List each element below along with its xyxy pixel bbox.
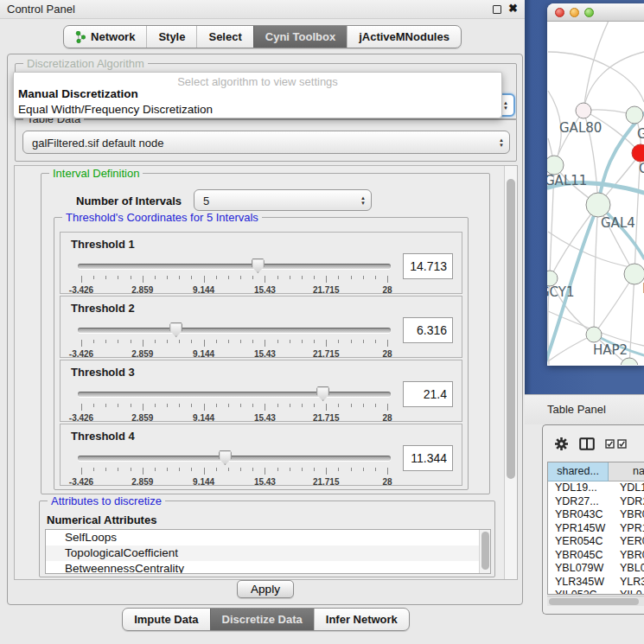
slider-track[interactable] — [78, 264, 391, 269]
cell-shared-name[interactable]: YDL19... — [548, 481, 609, 495]
table-row[interactable]: YBR043CYBR0 — [548, 508, 644, 522]
cell-name[interactable]: YBL0 — [609, 562, 644, 576]
bottom-tab-infer-network[interactable]: Infer Network — [314, 609, 409, 630]
discretization-algorithm-group-title: Discretization Algorithm — [23, 57, 148, 70]
combo-stepper-icon: ▲▼ — [360, 195, 366, 206]
tab-style[interactable]: Style — [146, 26, 196, 48]
network-node-gal4[interactable] — [586, 193, 610, 217]
thresholds-group: Threshold's Coordinates for 5 Intervals … — [54, 217, 469, 490]
zoom-button-icon[interactable] — [584, 8, 594, 17]
network-node-ga[interactable] — [626, 106, 643, 124]
network-node-h[interactable] — [624, 264, 644, 284]
threshold-4-value-field[interactable] — [403, 445, 453, 471]
cell-name[interactable]: YPR1 — [609, 522, 644, 536]
split-columns-icon[interactable] — [579, 437, 595, 450]
threshold-3-value-field[interactable] — [403, 381, 453, 407]
cell-shared-name[interactable]: YBR045C — [548, 549, 609, 563]
network-edge[interactable] — [594, 274, 634, 335]
network-edge[interactable] — [594, 205, 598, 335]
cell-shared-name[interactable]: YBL079W — [548, 562, 609, 576]
attribute-item[interactable]: BetweennessCentrality — [46, 561, 490, 574]
table-row[interactable]: YDR27...YDR2 — [548, 495, 644, 509]
slider-track[interactable] — [78, 328, 391, 333]
slider-track[interactable] — [78, 456, 391, 461]
slider-thumb[interactable] — [169, 322, 182, 337]
bottom-tab-discretize-data[interactable]: Discretize Data — [210, 609, 314, 630]
threshold-2-value-field[interactable] — [403, 317, 453, 343]
cell-name[interactable]: YDL1 — [609, 481, 644, 495]
checked-box-icon[interactable] — [605, 439, 615, 449]
cell-name[interactable]: YLR3 — [609, 576, 644, 590]
list-scrollbar[interactable] — [479, 530, 490, 573]
cell-shared-name[interactable]: YLR345W — [548, 576, 609, 590]
gear-icon[interactable] — [554, 437, 569, 451]
cell-shared-name[interactable]: YBR043C — [548, 508, 609, 522]
cell-name[interactable]: YDR2 — [609, 495, 644, 509]
apply-button[interactable]: Apply — [237, 580, 294, 598]
slider-track[interactable] — [78, 392, 391, 397]
network-node[interactable] — [621, 358, 638, 365]
threshold-slider[interactable]: -3.4262.8599.14415.4321.71528 — [78, 321, 391, 357]
network-node-hap2[interactable] — [586, 327, 602, 342]
tab-jactivemnodules[interactable]: jActiveMNodules — [347, 26, 461, 48]
table-hscrollbar-thumb[interactable] — [549, 598, 639, 605]
tab-cyni-toolbox[interactable]: Cyni Toolbox — [253, 26, 347, 48]
threshold-slider[interactable]: -3.4262.8599.14415.4321.71528 — [78, 449, 391, 485]
table-row[interactable]: YPR145WYPR1 — [548, 522, 644, 536]
cell-name[interactable]: YBR0 — [609, 549, 644, 563]
algorithm-option[interactable]: Equal Width/Frequency Discretization — [18, 103, 499, 116]
tab-select[interactable]: Select — [196, 26, 252, 48]
tab-group: NetworkStyleSelectCyni ToolboxjActiveMNo… — [63, 25, 462, 48]
table-row[interactable]: YBR045CYBR0 — [548, 549, 644, 563]
network-node-gal11[interactable] — [547, 156, 564, 175]
checked-box-icon[interactable] — [617, 439, 627, 449]
cell-shared-name[interactable]: YDR27... — [548, 495, 609, 509]
minimize-button-icon[interactable] — [570, 8, 579, 17]
settings-scrollbar-thumb[interactable] — [507, 179, 515, 479]
number-of-intervals-combobox[interactable]: 5 ▲▼ — [194, 189, 372, 211]
cell-name[interactable]: YER0 — [609, 535, 644, 549]
cell-shared-name[interactable]: YIL052C — [548, 589, 609, 595]
network-edge[interactable] — [583, 52, 644, 111]
cell-name[interactable]: YIL0 — [609, 589, 644, 595]
table-hscrollbar[interactable] — [547, 596, 644, 606]
network-window[interactable]: GAL80GAGGAL11GAL4GCY1HHAP2 — [547, 3, 644, 366]
attribute-item[interactable]: TopologicalCoefficient — [46, 545, 490, 561]
column-header-shared-name[interactable]: shared... — [548, 462, 609, 481]
settings-scrollbar[interactable] — [504, 166, 517, 579]
cell-shared-name[interactable]: YER054C — [548, 535, 609, 549]
table-row[interactable]: YBL079WYBL0 — [548, 562, 644, 576]
close-button-icon[interactable] — [555, 8, 564, 17]
control-panel-titlebar: Control Panel ✖ — [0, 0, 525, 19]
bottom-tab-impute-data[interactable]: Impute Data — [123, 609, 209, 630]
tab-network[interactable]: Network — [64, 26, 146, 48]
slider-thumb[interactable] — [316, 386, 329, 401]
threshold-1-value-field[interactable] — [403, 253, 453, 279]
network-edge[interactable] — [548, 52, 644, 102]
network-node-gal80[interactable] — [576, 103, 591, 118]
threshold-slider[interactable]: -3.4262.8599.14415.4321.71528 — [78, 385, 391, 421]
cell-name[interactable]: YBR0 — [609, 508, 644, 522]
network-edge[interactable] — [550, 205, 598, 278]
slider-thumb[interactable] — [252, 258, 265, 273]
float-icon[interactable] — [493, 5, 501, 14]
close-icon[interactable]: ✖ — [508, 2, 518, 15]
tab-label: Style — [158, 30, 185, 43]
numerical-attributes-list[interactable]: SelfLoopsTopologicalCoefficientBetweenne… — [45, 529, 491, 574]
threshold-slider[interactable]: -3.4262.8599.14415.4321.71528 — [78, 257, 391, 293]
column-header-name[interactable]: na — [609, 462, 644, 481]
algorithm-option[interactable]: Manual Discretization — [18, 87, 499, 100]
cell-shared-name[interactable]: YPR145W — [548, 522, 609, 536]
node-label: GAL4 — [601, 215, 635, 231]
table-row[interactable]: YER054CYER0 — [548, 535, 644, 549]
table-data-combobox[interactable]: galFiltered.sif default node ▲▼ — [22, 131, 510, 154]
table-row[interactable]: YDL19...YDL1 — [548, 481, 644, 495]
slider-ticks — [81, 276, 387, 284]
network-node-g[interactable] — [632, 144, 644, 162]
table-row[interactable]: YIL052CYIL0 — [548, 589, 644, 595]
table-row[interactable]: YLR345WYLR3 — [548, 576, 644, 590]
network-canvas[interactable]: GAL80GAGGAL11GAL4GCY1HHAP2 — [547, 22, 644, 365]
attribute-item[interactable]: SelfLoops — [46, 530, 490, 545]
slider-thumb[interactable] — [219, 450, 232, 465]
list-scrollbar-thumb[interactable] — [481, 532, 489, 570]
